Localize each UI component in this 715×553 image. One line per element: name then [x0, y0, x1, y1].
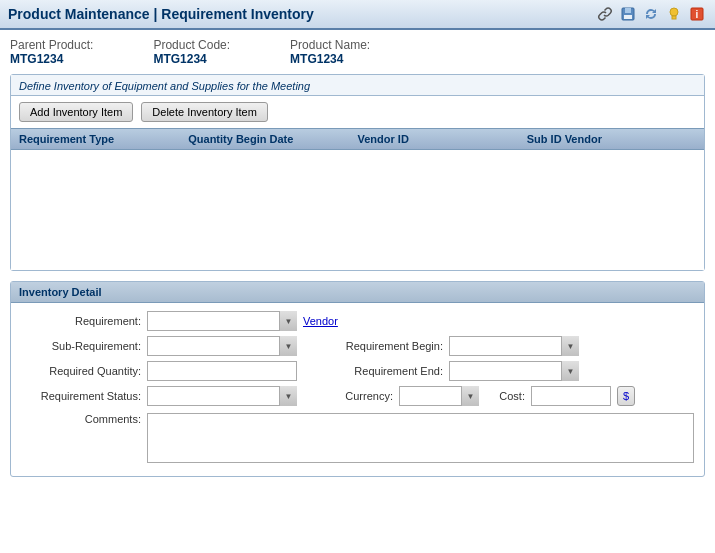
sub-requirement-select-wrapper: ▼: [147, 336, 297, 356]
comments-label: Comments:: [21, 411, 141, 425]
requirement-end-label: Requirement End:: [303, 365, 443, 377]
requirement-end-select[interactable]: [449, 361, 579, 381]
comments-row: Comments:: [21, 411, 694, 463]
delete-inventory-button[interactable]: Delete Inventory Item: [141, 102, 268, 122]
requirement-status-select[interactable]: [147, 386, 297, 406]
product-info: Parent Product: MTG1234 Product Code: MT…: [10, 38, 705, 66]
link-icon[interactable]: [595, 4, 615, 24]
vendor-link[interactable]: Vendor: [303, 315, 338, 327]
required-quantity-row: Required Quantity: Requirement End: ▼: [21, 361, 694, 381]
parent-product-value: MTG1234: [10, 52, 63, 66]
svg-point-3: [670, 8, 678, 16]
page-header: Product Maintenance | Requirement Invent…: [0, 0, 715, 30]
dollar-button[interactable]: $: [617, 386, 635, 406]
inventory-buttons: Add Inventory Item Delete Inventory Item: [11, 96, 704, 128]
svg-rect-2: [624, 15, 632, 19]
sub-requirement-select[interactable]: [147, 336, 297, 356]
requirement-begin-label: Requirement Begin:: [303, 340, 443, 352]
col-header-sub-id-vendor: Sub ID Vendor: [527, 133, 696, 145]
currency-select-wrapper: ▼: [399, 386, 479, 406]
required-quantity-input[interactable]: [147, 361, 297, 381]
col-header-requirement-type: Requirement Type: [19, 133, 188, 145]
required-quantity-label: Required Quantity:: [21, 365, 141, 377]
refresh-icon[interactable]: [641, 4, 661, 24]
currency-label: Currency:: [313, 390, 393, 402]
product-code-value: MTG1234: [153, 52, 206, 66]
requirement-select[interactable]: [147, 311, 297, 331]
requirement-status-row: Requirement Status: ▼ Currency: ▼ Cost: …: [21, 386, 694, 406]
currency-select[interactable]: [399, 386, 479, 406]
product-name-field: Product Name: MTG1234: [290, 38, 370, 66]
requirement-end-select-wrapper: ▼: [449, 361, 579, 381]
parent-product-label: Parent Product:: [10, 38, 93, 52]
info-icon[interactable]: i: [687, 4, 707, 24]
detail-section: Inventory Detail Requirement: ▼ Vendor S…: [10, 281, 705, 477]
comments-textarea[interactable]: [147, 413, 694, 463]
product-name-value: MTG1234: [290, 52, 343, 66]
svg-rect-4: [672, 16, 676, 19]
parent-product-field: Parent Product: MTG1234: [10, 38, 93, 66]
sub-requirement-row: Sub-Requirement: ▼ Requirement Begin: ▼: [21, 336, 694, 356]
svg-rect-1: [625, 8, 631, 13]
col-header-vendor-id: Vendor ID: [358, 133, 527, 145]
requirement-label: Requirement:: [21, 315, 141, 327]
svg-text:i: i: [696, 9, 699, 20]
table-body: [11, 150, 704, 270]
requirement-begin-select[interactable]: [449, 336, 579, 356]
bulb-icon[interactable]: [664, 4, 684, 24]
requirement-status-select-wrapper: ▼: [147, 386, 297, 406]
product-code-label: Product Code:: [153, 38, 230, 52]
detail-section-title: Inventory Detail: [11, 282, 704, 303]
requirement-row: Requirement: ▼ Vendor: [21, 311, 694, 331]
cost-label: Cost:: [485, 390, 525, 402]
requirement-status-label: Requirement Status:: [21, 390, 141, 402]
product-name-label: Product Name:: [290, 38, 370, 52]
requirement-select-wrapper: ▼: [147, 311, 297, 331]
detail-content: Requirement: ▼ Vendor Sub-Requirement: ▼…: [11, 303, 704, 476]
table-header: Requirement Type Quantity Begin Date Ven…: [11, 128, 704, 150]
cost-input[interactable]: [531, 386, 611, 406]
add-inventory-button[interactable]: Add Inventory Item: [19, 102, 133, 122]
main-content: Parent Product: MTG1234 Product Code: MT…: [0, 30, 715, 485]
sub-requirement-label: Sub-Requirement:: [21, 340, 141, 352]
page-title: Product Maintenance | Requirement Invent…: [8, 6, 314, 22]
inventory-section: Define Inventory of Equipment and Suppli…: [10, 74, 705, 271]
col-header-quantity-begin-date: Quantity Begin Date: [188, 133, 357, 145]
inventory-section-title: Define Inventory of Equipment and Suppli…: [11, 75, 704, 96]
save-icon[interactable]: [618, 4, 638, 24]
product-code-field: Product Code: MTG1234: [153, 38, 230, 66]
header-icons: i: [595, 4, 707, 24]
requirement-begin-select-wrapper: ▼: [449, 336, 579, 356]
